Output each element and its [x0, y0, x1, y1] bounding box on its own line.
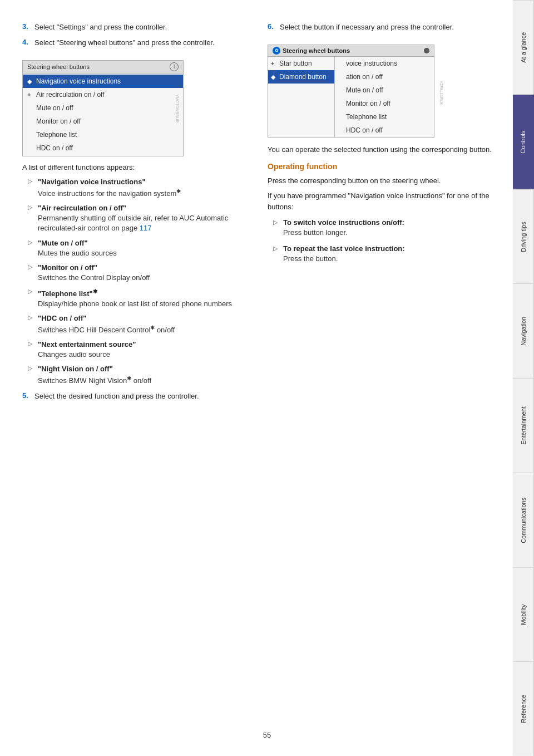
rc-title-0: To switch voice instructions on/off: — [283, 218, 404, 227]
rc-bullet-list: ▷ To switch voice instructions on/off: P… — [273, 218, 496, 264]
bullet-desc-3: Switches the Control Display on/off — [38, 273, 150, 282]
screenshot-row-3: Monitor on / off — [23, 115, 183, 128]
star-7: ✱ — [127, 375, 131, 381]
step-5-text: Select the desired function and press th… — [34, 391, 199, 401]
info-icon: i — [170, 62, 179, 71]
scr-right-row-1: ation on / off — [335, 70, 434, 84]
step-3-text: Select "Settings" and press the controll… — [34, 22, 167, 32]
bullet-item-5: ▷ "HDC on / off" Switches HDC Hill Desce… — [28, 313, 251, 335]
operating-function-condition: If you have programmed "Navigation voice… — [268, 190, 496, 212]
screenshot-right: ✿ Steering wheel buttons + Star button ◆… — [268, 45, 434, 138]
scr-right-row-5: HDC on / off — [335, 124, 434, 137]
bullet-item-0: ▷ "Navigation voice instructions" Voice … — [28, 177, 251, 199]
bullet-item-2: ▷ "Mute on / off" Mutes the audio source… — [28, 238, 251, 258]
sidebar-tab-driving-tips[interactable]: Driving tips — [513, 189, 534, 284]
plus-icon-row: + — [271, 59, 274, 68]
list-intro: A list of different functions appears: — [22, 163, 251, 171]
star-5: ✱ — [150, 324, 155, 330]
scr-right-row-3: Monitor on / off — [335, 97, 434, 110]
bullet-item-3: ▷ "Monitor on / off" Switches the Contro… — [28, 263, 251, 283]
screenshot-row-5: HDC on / off — [23, 141, 183, 155]
row-icon-0: ◆ — [27, 77, 32, 86]
bullet-title-2: "Mute on / off" — [38, 239, 88, 247]
screenshot-right-col-left: + Star button ◆ Diamond button — [268, 57, 335, 137]
bullet-title-5: "HDC on / off" — [38, 314, 86, 322]
bullet-title-7: "Night Vision on / off" — [38, 365, 113, 373]
sidebar-tab-controls[interactable]: Controls — [513, 95, 534, 189]
rc-desc-1: Press the button. — [283, 254, 405, 264]
screenshot-left-watermark: YMCTOMRBUR — [175, 94, 179, 122]
bullet-desc-7: Switches BMW Night Vision✱ on/off — [38, 376, 151, 385]
page-link-117[interactable]: 117 — [140, 224, 152, 232]
rc-bullet-0: ▷ To switch voice instructions on/off: P… — [273, 218, 496, 238]
operating-function-intro: Press the corresponding button on the st… — [268, 175, 496, 186]
screenshot-left: Steering wheel buttons i ◆ Navigation vo… — [22, 60, 184, 156]
sidebar-tab-entertainment[interactable]: Entertainment — [513, 378, 534, 473]
rc-arrow-1: ▷ — [273, 245, 280, 252]
bullet-item-6: ▷ "Next entertainment source" Changes au… — [28, 340, 251, 360]
screenshot-right-watermark: YZFAL11RUK — [439, 81, 443, 105]
screenshot-right-container: ✿ Steering wheel buttons + Star button ◆… — [268, 38, 434, 144]
bullet-desc-6: Changes audio source — [38, 350, 110, 359]
bullet-item-4: ▷ "Telephone list"✱ Display/hide phone b… — [28, 287, 251, 309]
screenshot-right-col-right: voice instructions ation on / off Mute o… — [335, 57, 434, 137]
screenshot-right-columns: + Star button ◆ Diamond button voice ins… — [268, 57, 434, 137]
diamond-icon-row: ◆ — [271, 72, 275, 82]
left-column: 3. Select "Settings" and press the contr… — [22, 22, 251, 407]
page-number: 55 — [263, 731, 271, 739]
rc-content-0: To switch voice instructions on/off: Pre… — [283, 218, 404, 238]
screenshot-right-title: ✿ Steering wheel buttons — [273, 47, 350, 55]
screenshot-right-header: ✿ Steering wheel buttons — [268, 45, 434, 57]
sidebar-tab-communications[interactable]: Communications — [513, 473, 534, 567]
star-0: ✱ — [176, 188, 181, 194]
sidebar: At a glance Controls Driving tips Naviga… — [513, 0, 534, 756]
step-6-text: Select the button if necessary and press… — [280, 22, 454, 32]
bullet-desc-4: Display/hide phone book or last list of … — [38, 300, 232, 308]
step-4: 4. Select "Steering wheel buttons" and p… — [22, 38, 251, 48]
step-5: 5. Select the desired function and press… — [22, 391, 251, 401]
bullet-desc-0: Voice instructions for the navigation sy… — [38, 189, 181, 198]
step-6: 6. Select the button if necessary and pr… — [268, 22, 496, 32]
bullet-desc-2: Mutes the audio sources — [38, 249, 117, 257]
scr-row-star: + Star button — [268, 57, 334, 70]
bullet-content-5: "HDC on / off" Switches HDC Hill Descent… — [38, 313, 175, 335]
bullet-title-6: "Next entertainment source" — [38, 340, 136, 348]
bullet-arrow-0: ▷ — [28, 178, 34, 185]
screenshot-right-title-text: Steering wheel buttons — [283, 47, 350, 54]
bullet-item-1: ▷ "Air recirculation on / off" Permanent… — [28, 203, 251, 234]
scr-right-row-4: Telephone list — [335, 110, 434, 124]
bullet-title-1: "Air recirculation on / off" — [38, 204, 126, 212]
screenshot-left-container: Steering wheel buttons i ◆ Navigation vo… — [22, 53, 184, 163]
operate-text: You can operate the selected function us… — [268, 144, 496, 155]
bullet-content-7: "Night Vision on / off" Switches BMW Nig… — [38, 364, 151, 386]
bullet-content-1: "Air recirculation on / off" Permanently… — [38, 203, 251, 234]
bullet-arrow-1: ▷ — [28, 204, 34, 211]
bullet-arrow-4: ▷ — [28, 288, 34, 295]
bullet-content-2: "Mute on / off" Mutes the audio sources — [38, 238, 117, 258]
screenshot-row-1: + Air recirculation on / off — [23, 88, 183, 101]
scr-row-diamond: ◆ Diamond button — [268, 70, 334, 84]
bullet-arrow-6: ▷ — [28, 340, 34, 347]
rc-arrow-0: ▷ — [273, 219, 280, 226]
right-column: 6. Select the button if necessary and pr… — [268, 22, 496, 407]
sidebar-tab-reference[interactable]: Reference — [513, 661, 534, 756]
bullet-desc-1: Permanently shutting off outside air, re… — [38, 214, 228, 232]
screenshot-row-0: ◆ Navigation voice instructions — [23, 75, 183, 88]
bullet-title-4: "Telephone list"✱ — [38, 289, 97, 298]
rc-title-1: To repeat the last voice instruction: — [283, 244, 405, 253]
rc-content-1: To repeat the last voice instruction: Pr… — [283, 244, 405, 264]
bullet-item-7: ▷ "Night Vision on / off" Switches BMW N… — [28, 364, 251, 386]
sidebar-tab-mobility[interactable]: Mobility — [513, 567, 534, 662]
screenshot-left-title: Steering wheel buttons — [27, 63, 92, 70]
sidebar-tab-at-a-glance[interactable]: At a glance — [513, 0, 534, 95]
rc-desc-0: Press button longer. — [283, 228, 404, 238]
step-3: 3. Select "Settings" and press the contr… — [22, 22, 251, 32]
sidebar-tab-navigation[interactable]: Navigation — [513, 283, 534, 378]
step-5-number: 5. — [22, 391, 31, 400]
bullet-title-3: "Monitor on / off" — [38, 263, 97, 272]
step-3-number: 3. — [22, 22, 31, 31]
bullet-arrow-3: ▷ — [28, 263, 34, 271]
dot-icon — [424, 48, 429, 53]
bullet-content-0: "Navigation voice instructions" Voice in… — [38, 177, 181, 199]
step-6-number: 6. — [268, 22, 276, 31]
